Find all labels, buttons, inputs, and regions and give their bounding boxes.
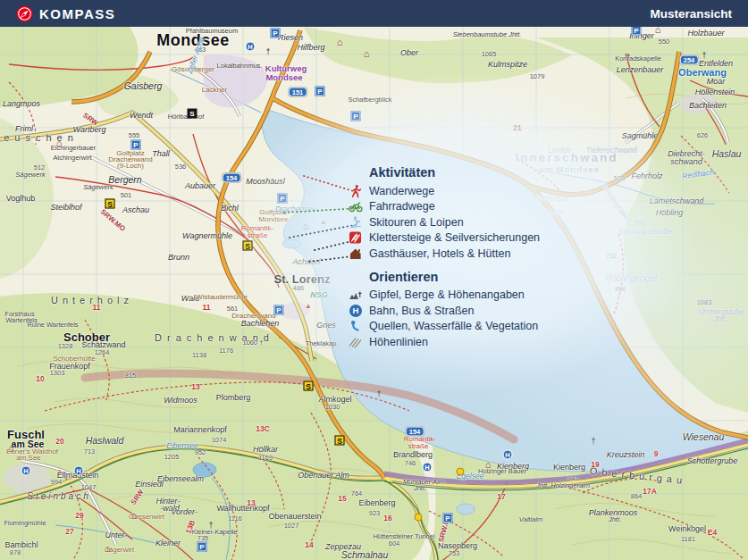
legend-orientation-title: Orientieren	[369, 270, 540, 284]
legend-item-label: Fahrradwege	[369, 200, 435, 213]
legend-activities-title: Aktivitäten	[369, 165, 540, 180]
legend-item-label: Gasthäuser, Hotels & Hütten	[369, 247, 510, 260]
spring-icon	[348, 319, 363, 333]
brand: KOMPASS	[16, 5, 115, 22]
hiker-icon	[348, 184, 363, 198]
legend-orientation-list: Gipfel, Berge & HöhenangabenHBahn, Bus &…	[348, 288, 540, 350]
kompass-logo-icon	[16, 5, 33, 22]
legend-item: Gasthäuser, Hotels & Hütten	[348, 246, 540, 262]
map-canvas[interactable]: Mondsee483PfahlbaumuseumRiesenHilfbergLo…	[0, 27, 748, 560]
legend-item: HBahn, Bus & Straßen	[348, 303, 540, 319]
legend-activities-list: WanderwegeFahrradwegeSkitouren & LoipenK…	[348, 183, 540, 262]
contour-icon	[348, 335, 363, 349]
legend-item-label: Bahn, Bus & Straßen	[369, 305, 474, 317]
legend-item: Klettersteige & Seilversicherungen	[348, 230, 540, 247]
bus-icon: H	[348, 304, 363, 318]
legend-item: Höhenlinien	[348, 334, 540, 350]
legend-item-label: Skitouren & Loipen	[369, 216, 464, 229]
legend-item-label: Wanderwege	[369, 185, 434, 197]
view-mode-label: Musteransicht	[650, 7, 732, 21]
ski-icon	[348, 215, 363, 230]
legend-item-label: Klettersteige & Seilversicherungen	[369, 231, 540, 244]
bike-icon	[348, 199, 363, 213]
legend-item-label: Gipfel, Berge & Höhenangaben	[369, 288, 525, 301]
kompass-map-preview: KOMPASS Musteransicht	[0, 0, 748, 560]
header-bar: KOMPASS Musteransicht	[0, 0, 748, 27]
brand-name: KOMPASS	[39, 6, 115, 21]
legend-item-label: Quellen, Wasserfälle & Vegetation	[369, 320, 538, 332]
summit-icon	[348, 288, 363, 302]
svg-text:H: H	[352, 305, 358, 315]
legend-item: Wanderwege	[348, 183, 540, 199]
legend-item-label: Höhenlinien	[369, 336, 428, 348]
viaferrata-icon	[348, 230, 363, 245]
legend-item: Fahrradwege	[348, 199, 540, 215]
legend-item: Gipfel, Berge & Höhenangaben	[348, 288, 540, 304]
legend-item: Skitouren & Loipen	[348, 214, 540, 230]
map-legend: Aktivitäten WanderwegeFahrradwegeSkitour…	[348, 165, 540, 350]
hut-icon	[348, 247, 363, 261]
legend-item: Quellen, Wasserfälle & Vegetation	[348, 319, 540, 335]
